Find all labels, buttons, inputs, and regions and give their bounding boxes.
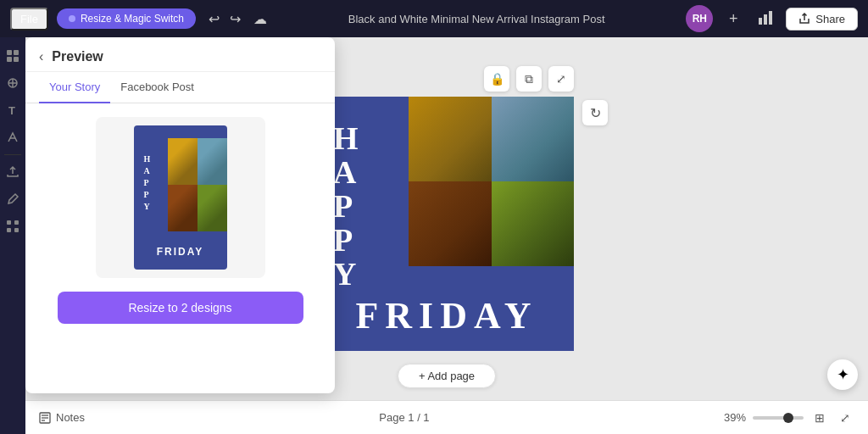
design-cell-tl	[409, 97, 492, 181]
page-indicator: Page 1 / 1	[379, 411, 429, 424]
sidebar-item-elements[interactable]	[1, 71, 25, 95]
magic-circle-button[interactable]: ✦	[827, 359, 858, 390]
fullscreen-button[interactable]: ⤢	[836, 409, 854, 426]
sidebar-item-uploads[interactable]	[1, 160, 25, 184]
doc-title: Black and White Minimal New Arrival Inst…	[275, 13, 677, 25]
svg-rect-13	[14, 220, 19, 225]
design-photo-grid	[409, 97, 574, 266]
add-page-button[interactable]: + Add page	[398, 364, 496, 388]
undo-redo-group: ↩ ↪	[204, 9, 245, 29]
redo-button[interactable]: ↪	[225, 9, 245, 29]
tab-your-story[interactable]: Your Story	[39, 72, 110, 103]
story-friday-text: FRIDAY	[134, 246, 227, 258]
svg-rect-14	[7, 228, 11, 232]
undo-button[interactable]: ↩	[204, 9, 224, 29]
design-cell-br	[492, 181, 575, 266]
canvas-design[interactable]: HAPPY FRIDAY	[320, 97, 574, 351]
topbar-right: RH + Share	[686, 5, 858, 32]
top-bar: File Resize & Magic Switch ↩ ↪ ☁ Black a…	[0, 0, 868, 37]
friday-text: FRIDAY	[320, 294, 574, 337]
page-info: Page 1 / 1	[379, 411, 429, 424]
magic-dot-icon	[69, 15, 75, 22]
panel-content: HAPPY FRIDAY Resize to 2 designs	[25, 103, 335, 337]
sidebar-item-apps[interactable]	[1, 214, 25, 238]
panel-header: ‹ Preview	[25, 37, 335, 72]
panel-back-button[interactable]: ‹	[39, 49, 43, 64]
file-menu-button[interactable]: File	[10, 8, 48, 31]
svg-rect-3	[7, 50, 12, 55]
magic-switch-button[interactable]: Resize & Magic Switch	[57, 8, 196, 29]
svg-rect-4	[14, 50, 19, 55]
svg-rect-1	[764, 14, 767, 25]
svg-text:T: T	[8, 104, 15, 117]
lock-icon-button[interactable]: 🔒	[484, 66, 509, 92]
sidebar-separator	[4, 154, 21, 155]
story-cell-tr	[198, 138, 227, 185]
expand-icon-button[interactable]: ⤢	[548, 66, 574, 92]
share-button[interactable]: Share	[786, 8, 858, 31]
sidebar-item-brand[interactable]	[1, 125, 25, 149]
story-photo-grid	[168, 138, 227, 231]
zoom-controls: 39% ⊞ ⤢	[724, 409, 854, 426]
grid-view-button[interactable]: ⊞	[810, 409, 829, 426]
notes-label: Notes	[56, 411, 85, 424]
sidebar-item-text[interactable]: T	[1, 98, 25, 122]
svg-rect-12	[7, 220, 11, 225]
copy-icon-button[interactable]: ⧉	[516, 66, 542, 92]
bottom-bar: Notes Page 1 / 1 39% ⊞ ⤢	[25, 400, 868, 434]
story-cell-br	[198, 185, 227, 231]
tab-facebook-post[interactable]: Facebook Post	[110, 72, 204, 103]
svg-rect-0	[759, 18, 762, 25]
story-preview-image: HAPPY FRIDAY	[134, 125, 227, 270]
svg-rect-2	[769, 11, 772, 25]
story-cell-tl	[168, 138, 198, 185]
sidebar-item-design[interactable]	[1, 44, 25, 68]
happy-text: HAPPY	[333, 122, 360, 291]
design-cell-bl	[409, 181, 492, 266]
sidebar: T	[0, 37, 25, 434]
zoom-slider[interactable]	[753, 416, 804, 420]
panel-title: Preview	[52, 49, 103, 64]
refresh-button[interactable]: ↻	[582, 100, 608, 125]
avatar[interactable]: RH	[686, 5, 713, 32]
notes-button[interactable]: Notes	[39, 411, 85, 424]
analytics-button[interactable]	[754, 6, 777, 32]
design-cell-tr	[492, 97, 575, 181]
story-cell-bl	[168, 185, 198, 231]
sidebar-item-draw[interactable]	[1, 187, 25, 211]
svg-rect-5	[7, 57, 12, 62]
preview-panel: ‹ Preview Your Story Facebook Post HAPPY…	[25, 37, 335, 393]
zoom-percent: 39%	[724, 411, 746, 424]
svg-rect-15	[14, 228, 19, 232]
story-preview-card: HAPPY FRIDAY	[96, 117, 265, 278]
add-collaborator-button[interactable]: +	[721, 7, 745, 31]
svg-rect-6	[14, 57, 19, 62]
panel-tabs: Your Story Facebook Post	[25, 72, 335, 103]
resize-button[interactable]: Resize to 2 designs	[58, 292, 303, 324]
zoom-thumb	[783, 413, 793, 423]
cloud-save-icon: ☁	[253, 11, 267, 27]
